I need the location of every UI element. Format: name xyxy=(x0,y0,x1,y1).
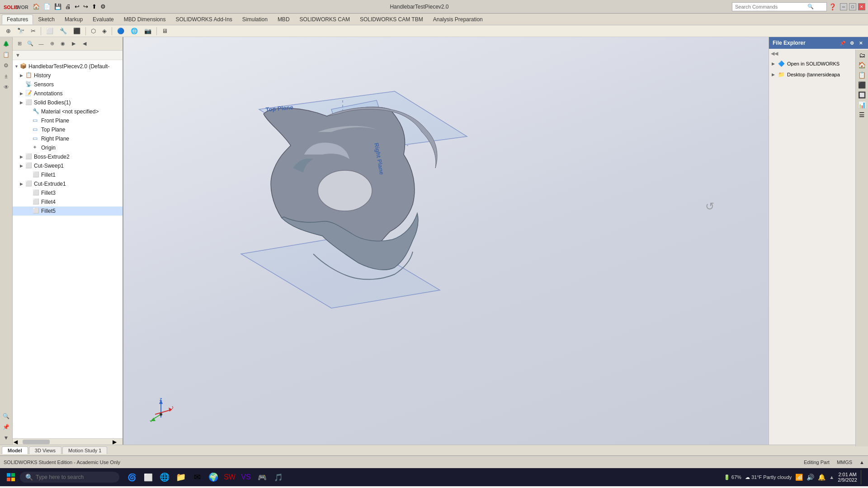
tree-item-sensors[interactable]: 📡 Sensors xyxy=(13,80,123,89)
view-btn-7[interactable]: ⬡ xyxy=(89,26,98,36)
view-btn-1[interactable]: ⊕ xyxy=(4,26,13,36)
tree-item-fillet4[interactable]: ⬜ Fillet4 xyxy=(13,197,123,206)
statusbar-arrow[interactable]: ▲ xyxy=(859,460,864,465)
taskbar-app-chrome[interactable]: 🌍 xyxy=(206,470,221,484)
taskbar-app-vs[interactable]: VS xyxy=(239,470,253,484)
taskbar-app-music[interactable]: 🎵 xyxy=(271,470,286,484)
tree-item-history[interactable]: ▶ 📋 History xyxy=(13,71,123,80)
taskbar-app-explorer[interactable]: 📁 xyxy=(174,470,188,484)
tree-item-fillet3[interactable]: ⬜ Fillet3 xyxy=(13,188,123,197)
redo-icon[interactable]: ↪ xyxy=(82,2,89,11)
tab-solidworks-addins[interactable]: SOLIDWORKS Add-Ins xyxy=(170,14,237,24)
ft-btn-filter[interactable]: ⊞ xyxy=(14,39,24,49)
rp-item-open-solidworks[interactable]: ▶ 🔷 Open in SOLIDWORKS xyxy=(771,58,866,69)
ft-btn-collapse-right[interactable]: ◀ xyxy=(80,39,90,49)
view-btn-2[interactable]: 🔭 xyxy=(15,26,27,36)
minimize-button[interactable]: ─ xyxy=(840,3,847,10)
ft-btn-search[interactable]: 🔍 xyxy=(25,39,35,49)
tree-item-cut-extrude1[interactable]: ▶ ⬜ Cut-Extrude1 xyxy=(13,179,123,188)
select-icon[interactable]: ⬆ xyxy=(91,2,98,11)
print-icon[interactable]: 🖨 xyxy=(64,2,72,11)
left-icon-property-manager[interactable]: 📋 xyxy=(1,50,11,60)
search-commands-box[interactable]: 🔍 xyxy=(732,2,827,11)
view-btn-6[interactable]: ⬛ xyxy=(71,26,83,36)
ft-btn-collapse[interactable]: — xyxy=(36,39,46,49)
taskbar-notification-icon[interactable]: 🔔 xyxy=(818,474,826,481)
taskbar-network-icon[interactable]: 📶 xyxy=(795,474,803,481)
tree-item-boss-extrude2[interactable]: ▶ ⬜ Boss-Extrude2 xyxy=(13,152,123,161)
tree-hscroll-left-btn[interactable]: ◀ xyxy=(14,439,23,445)
view-btn-12[interactable]: 🖥 xyxy=(160,26,170,36)
taskbar-chevron-icon[interactable]: ▲ xyxy=(829,474,834,480)
view-btn-4[interactable]: ⬜ xyxy=(44,26,56,36)
view-btn-3[interactable]: ✂ xyxy=(28,26,38,36)
tab-mbd-dimensions[interactable]: MBD Dimensions xyxy=(119,14,171,24)
tree-item-cut-sweep1[interactable]: ▶ ⬜ Cut-Sweep1 xyxy=(13,161,123,170)
tab-sw-cam-tbm[interactable]: SOLIDWORKS CAM TBM xyxy=(355,14,428,24)
tree-item-fillet5[interactable]: ⬜ Fillet5 xyxy=(13,206,123,216)
taskbar-volume-icon[interactable]: 🔊 xyxy=(807,474,814,481)
ft-btn-arrow[interactable]: ▶ xyxy=(69,39,79,49)
tab-3d-views[interactable]: 3D Views xyxy=(29,446,61,454)
taskbar-app-taskview[interactable]: ⬜ xyxy=(141,470,156,484)
view-btn-5[interactable]: 🔧 xyxy=(57,26,69,36)
tree-root-item[interactable]: ▼ 📦 HandlebarTestPiecev2.0 (Default- xyxy=(13,62,123,71)
ft-btn-circle[interactable]: ◉ xyxy=(58,39,68,49)
ri-btn-4[interactable]: ⬛ xyxy=(858,81,866,89)
rph-settings-icon[interactable]: ⚙ xyxy=(848,39,855,47)
ft-btn-target[interactable]: ⊕ xyxy=(47,39,57,49)
help-icon[interactable]: ❓ xyxy=(829,3,836,10)
view-btn-8[interactable]: ◈ xyxy=(100,26,109,36)
ri-btn-5[interactable]: 🔲 xyxy=(858,91,866,99)
undo-icon[interactable]: ↩ xyxy=(74,2,80,11)
taskbar-show-desktop[interactable] xyxy=(861,470,864,484)
ri-btn-2[interactable]: 🏠 xyxy=(858,61,866,69)
ri-btn-1[interactable]: 🗂 xyxy=(859,52,865,59)
view-btn-9[interactable]: 🔵 xyxy=(115,26,127,36)
taskbar-app-mail[interactable]: ✉ xyxy=(190,470,204,484)
tree-horizontal-scrollbar[interactable]: ◀ ▶ xyxy=(13,438,123,445)
tree-item-right-plane[interactable]: ▭ Right Plane xyxy=(13,134,123,143)
left-icon-bottom2[interactable]: 📌 xyxy=(1,422,11,432)
left-icon-dim-expert[interactable]: ± xyxy=(1,71,11,81)
left-icon-bottom3[interactable]: ▼ xyxy=(1,433,11,443)
home-icon[interactable]: 🏠 xyxy=(32,2,41,11)
tree-item-origin[interactable]: ✦ Origin xyxy=(13,143,123,152)
new-file-icon[interactable]: 📄 xyxy=(42,2,52,11)
tree-item-material[interactable]: 🔧 Material <not specified> xyxy=(13,107,123,116)
tab-motion-study[interactable]: Motion Study 1 xyxy=(62,446,107,454)
taskbar-app-cortana[interactable]: 🌀 xyxy=(125,470,139,484)
start-button[interactable] xyxy=(4,470,18,484)
tree-hscroll-right-btn[interactable]: ▶ xyxy=(113,439,122,445)
view-btn-10[interactable]: 🌐 xyxy=(128,26,140,36)
taskbar-search-input[interactable] xyxy=(36,474,108,480)
tab-sw-cam[interactable]: SOLIDWORKS CAM xyxy=(295,14,355,24)
close-button[interactable]: ✕ xyxy=(858,3,865,10)
save-icon[interactable]: 💾 xyxy=(53,2,62,11)
tree-item-annotations[interactable]: ▶ 📝 Annotations xyxy=(13,89,123,98)
tab-markup[interactable]: Markup xyxy=(60,14,88,24)
view-btn-11[interactable]: 📷 xyxy=(142,26,154,36)
taskbar-app-edge[interactable]: 🌐 xyxy=(157,470,172,484)
ri-btn-3[interactable]: 📋 xyxy=(858,71,866,79)
3d-viewport[interactable]: Top Plane Right Plane ↺ X Y xyxy=(123,37,769,445)
ri-btn-6[interactable]: 📊 xyxy=(858,101,866,108)
tab-analysis-preparation[interactable]: Analysis Preparation xyxy=(428,14,488,24)
rph-pin-icon[interactable]: 📌 xyxy=(839,39,846,47)
tree-item-solid-bodies[interactable]: ▶ ⬜ Solid Bodies(1) xyxy=(13,98,123,107)
rph-close-icon[interactable]: ✕ xyxy=(857,39,864,47)
tab-sketch[interactable]: Sketch xyxy=(33,14,60,24)
maximize-button[interactable]: □ xyxy=(849,3,856,10)
taskbar-app-game[interactable]: 🎮 xyxy=(255,470,269,484)
tree-item-front-plane[interactable]: ▭ Front Plane xyxy=(13,116,123,125)
rp-item-desktop[interactable]: ▶ 📁 Desktop (tannersideapa xyxy=(771,69,866,80)
left-icon-display-manager[interactable]: 👁 xyxy=(1,82,11,92)
tab-model[interactable]: Model xyxy=(2,446,28,454)
search-commands-input[interactable] xyxy=(735,4,807,9)
rp-collapse-btn[interactable]: ◀◀ xyxy=(771,51,778,56)
tree-item-top-plane[interactable]: ▭ Top Plane xyxy=(13,125,123,134)
settings-icon[interactable]: ⚙ xyxy=(99,2,107,11)
taskbar-clock[interactable]: 2:01 AM 2/9/2022 xyxy=(838,472,857,483)
ri-btn-7[interactable]: ☰ xyxy=(859,111,865,118)
left-icon-feature-manager[interactable]: 🌲 xyxy=(1,39,11,49)
